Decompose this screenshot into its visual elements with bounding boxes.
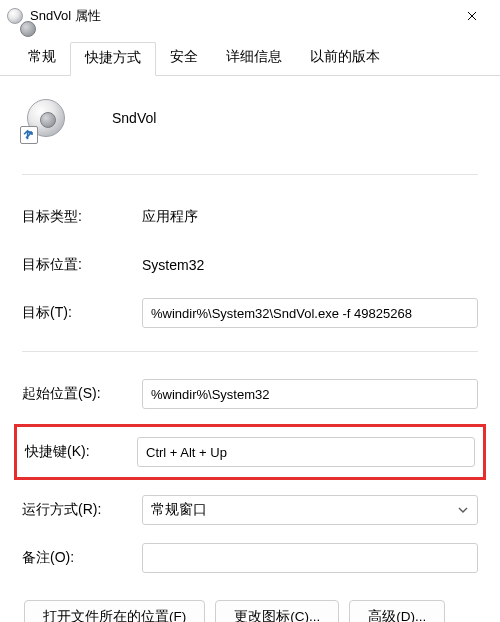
row-run: 运行方式(R): 常规窗口	[22, 486, 478, 534]
hotkey-input[interactable]	[137, 437, 475, 467]
divider	[22, 174, 478, 175]
tab-shortcut[interactable]: 快捷方式	[70, 42, 156, 76]
tabstrip: 常规 快捷方式 安全 详细信息 以前的版本	[0, 32, 500, 76]
app-speaker-icon	[6, 7, 24, 25]
change-icon-button[interactable]: 更改图标(C)...	[215, 600, 339, 622]
comment-input[interactable]	[142, 543, 478, 573]
label-run: 运行方式(R):	[22, 501, 134, 519]
button-row: 打开文件所在的位置(F) 更改图标(C)... 高级(D)...	[22, 600, 478, 622]
label-target-type: 目标类型:	[22, 208, 134, 226]
row-start-in: 起始位置(S):	[22, 370, 478, 418]
label-hotkey: 快捷键(K):	[25, 443, 129, 461]
target-input[interactable]	[142, 298, 478, 328]
row-comment: 备注(O):	[22, 534, 478, 582]
titlebar: SndVol 属性	[0, 0, 500, 32]
tab-details[interactable]: 详细信息	[212, 42, 296, 76]
tab-security[interactable]: 安全	[156, 42, 212, 76]
close-icon	[467, 11, 477, 21]
row-target-location: 目标位置: System32	[22, 241, 478, 289]
hotkey-highlight: 快捷键(K):	[14, 424, 486, 480]
close-button[interactable]	[450, 1, 494, 31]
shortcut-header	[22, 94, 478, 142]
open-file-location-button[interactable]: 打开文件所在的位置(F)	[24, 600, 205, 622]
run-dropdown[interactable]: 常规窗口	[142, 495, 478, 525]
shortcut-icon	[22, 94, 70, 142]
label-start-in: 起始位置(S):	[22, 385, 134, 403]
label-target: 目标(T):	[22, 304, 134, 322]
row-target-type: 目标类型: 应用程序	[22, 193, 478, 241]
shortcut-name-input[interactable]	[110, 106, 478, 130]
tab-previous-versions[interactable]: 以前的版本	[296, 42, 394, 76]
value-target-location: System32	[142, 257, 204, 273]
tab-general[interactable]: 常规	[14, 42, 70, 76]
start-in-input[interactable]	[142, 379, 478, 409]
chevron-down-icon	[455, 502, 471, 518]
window-title: SndVol 属性	[30, 7, 450, 25]
shortcut-overlay-icon	[20, 126, 38, 144]
tab-panel-shortcut: 目标类型: 应用程序 目标位置: System32 目标(T): 起始位置(S)…	[0, 76, 500, 622]
label-target-location: 目标位置:	[22, 256, 134, 274]
value-target-type: 应用程序	[142, 208, 198, 226]
row-target: 目标(T):	[22, 289, 478, 337]
label-comment: 备注(O):	[22, 549, 134, 567]
advanced-button[interactable]: 高级(D)...	[349, 600, 445, 622]
divider	[22, 351, 478, 352]
run-dropdown-value: 常规窗口	[151, 501, 207, 519]
